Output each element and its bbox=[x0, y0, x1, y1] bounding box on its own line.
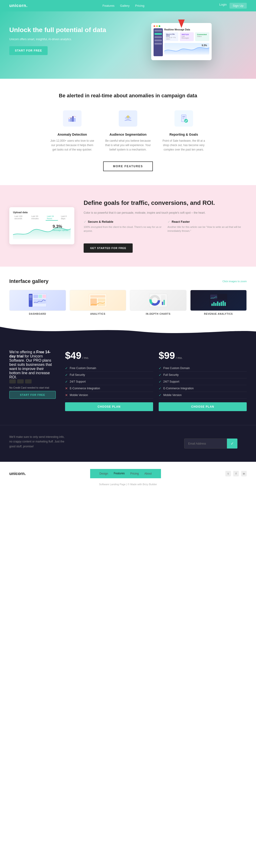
feature-custom-domain-49: ✓ Free Custom Domain bbox=[65, 365, 153, 372]
svg-rect-46 bbox=[224, 302, 226, 306]
chart-value: 9.3% bbox=[202, 44, 207, 47]
gallery-grid: DASHBOARD ANALYTICS bbox=[9, 290, 247, 315]
gallery-label-dashboard: DASHBOARD bbox=[9, 313, 66, 315]
tab-last24[interactable]: Last 24 hours bbox=[45, 215, 58, 221]
nav-login[interactable]: Login bbox=[219, 3, 227, 9]
goals-wave-area: 9.3% Message Upload bbox=[13, 223, 71, 239]
feature-icon-bg-anomaly bbox=[63, 110, 82, 127]
features-heading: Be alerted in real-time about anomalies … bbox=[9, 93, 247, 99]
feature-title-reporting: Reporting & Goals bbox=[161, 133, 207, 136]
price-main-99: $99 / mo. bbox=[159, 350, 247, 361]
price-main-49: $49 / mo. bbox=[65, 350, 153, 361]
react-check-icon: ✓ bbox=[167, 220, 170, 224]
red-arrow-icon bbox=[178, 20, 185, 28]
svg-marker-0 bbox=[178, 20, 185, 28]
gallery-item-analytics[interactable]: ANALYTICS bbox=[70, 290, 126, 315]
feature-card-anomaly: Anomaly Detection Join 12,000+ users who… bbox=[49, 110, 95, 152]
pricing-start-button[interactable]: START FOR FREE bbox=[9, 391, 56, 399]
payment-icon-2 bbox=[17, 379, 24, 383]
feature-title-anomaly: Anomaly Detection bbox=[49, 133, 95, 136]
stat-num-3: Connected bbox=[197, 33, 207, 35]
gallery-heading: Interface gallery bbox=[9, 278, 49, 284]
price-amount-99: $99 bbox=[159, 350, 175, 361]
feature-icon-bg-reporting bbox=[174, 110, 193, 127]
feature-ecommerce-99: ✓ E-Commerce Integration bbox=[159, 385, 247, 392]
price-period-49: / mo. bbox=[82, 356, 89, 360]
svg-point-6 bbox=[125, 117, 127, 119]
feature-support-99: ✓ 24/7 Support bbox=[159, 378, 247, 385]
svg-point-7 bbox=[129, 117, 131, 119]
gallery-item-charts[interactable]: IN-DEPTH CHARTS bbox=[130, 290, 187, 315]
check-icon-8: ✓ bbox=[159, 393, 161, 397]
tab-last100[interactable]: Last 100 seconds bbox=[13, 215, 29, 221]
choose-plan-99-button[interactable]: CHOOSE PLAN bbox=[159, 402, 247, 411]
goals-stat: 9.3% Message Upload bbox=[53, 224, 68, 231]
pricing-left: We're offering a Free 14-day trial for U… bbox=[9, 350, 56, 399]
nav-features[interactable]: Features bbox=[102, 4, 114, 7]
facebook-icon[interactable]: f bbox=[233, 471, 239, 476]
goals-features: ✓ Secure & Reliable 100% encrypted from … bbox=[84, 220, 247, 238]
pricing-layout: We're offering a Free 14-day trial for U… bbox=[9, 350, 247, 411]
stat-lbl-1: 10:36 M +7% 19%+ bbox=[166, 37, 177, 40]
tab-last30[interactable]: Last 30 minutes bbox=[30, 215, 44, 221]
svg-rect-45 bbox=[223, 301, 224, 306]
goals-label: Message Upload bbox=[53, 229, 68, 231]
nav-pricing[interactable]: Pricing bbox=[135, 4, 145, 7]
sidebar-item-1 bbox=[155, 30, 162, 32]
tab-last8[interactable]: Last 8 days bbox=[60, 215, 71, 221]
goals-chart-title: Upload data bbox=[13, 211, 71, 214]
gallery-item-revenue[interactable]: REVENUE ANALYTICS bbox=[190, 290, 247, 315]
goals-feature-react-desc: Another title for this article can be "H… bbox=[167, 225, 247, 233]
feature-card-audience: Audience Segmentation Be careful what yo… bbox=[105, 110, 151, 152]
footer-link-features[interactable]: Features bbox=[114, 472, 125, 475]
svg-rect-1 bbox=[68, 119, 70, 122]
feature-desc-anomaly: Join 12,000+ users who love to use our p… bbox=[49, 139, 95, 152]
gallery-section: Interface gallery Click images to zoom bbox=[0, 267, 256, 327]
footer-link-pricing[interactable]: Pricing bbox=[130, 472, 139, 475]
twitter-icon[interactable]: t bbox=[225, 471, 231, 476]
email-submit-button[interactable]: ✓ bbox=[227, 438, 237, 448]
dot-red bbox=[154, 25, 155, 27]
gallery-label-revenue: REVENUE ANALYTICS bbox=[190, 313, 247, 315]
gallery-zoom-hint[interactable]: Click images to zoom bbox=[222, 280, 247, 283]
choose-plan-49-button[interactable]: CHOOSE PLAN bbox=[65, 402, 153, 411]
gallery-thumb-charts[interactable] bbox=[130, 290, 187, 311]
svg-rect-28 bbox=[98, 303, 105, 306]
feature-security-99: ✓ Full Security bbox=[159, 372, 247, 378]
nav-gallery[interactable]: Gallery bbox=[120, 4, 130, 7]
hero-image: Realtime Message Data March 27th 2019 10… bbox=[116, 21, 247, 60]
gallery-thumb-revenue[interactable] bbox=[190, 290, 247, 311]
email-input[interactable] bbox=[184, 438, 227, 448]
feature-icon-anomaly bbox=[63, 110, 82, 129]
email-section: We'll make sure to only send interesting… bbox=[0, 425, 256, 462]
goals-text: Define goals for traffic, conversions, a… bbox=[84, 199, 247, 253]
svg-rect-12 bbox=[182, 119, 184, 119]
goals-cta-button[interactable]: GET STARTED FOR FREE bbox=[84, 243, 133, 253]
gallery-item-dashboard[interactable]: DASHBOARD bbox=[9, 290, 66, 315]
more-features-button[interactable]: MORE FEATURES bbox=[103, 161, 153, 171]
analytics-thumb-svg bbox=[89, 293, 107, 307]
svg-rect-42 bbox=[217, 302, 218, 306]
footer-link-about[interactable]: About bbox=[145, 472, 152, 475]
sidebar-item-4 bbox=[155, 39, 162, 41]
navigation: unicorn. Features Gallery Pricing Login … bbox=[0, 0, 256, 11]
price-amount-49: $49 bbox=[65, 350, 81, 361]
divider-svg bbox=[0, 327, 256, 336]
check-icon-6: ✓ bbox=[159, 380, 161, 383]
footer-link-design[interactable]: Design bbox=[99, 472, 108, 475]
feature-desc-reporting: Point of Sale hardware, the till at a sh… bbox=[161, 139, 207, 152]
feature-mobile-99: ✓ Mobile Version bbox=[159, 392, 247, 399]
linkedin-icon[interactable]: in bbox=[241, 471, 247, 476]
stat-card-1: March 27th 2019 10:36 M +7% 19%+ bbox=[164, 32, 179, 41]
goals-feature-react-title: ✓ React Faster bbox=[167, 220, 247, 224]
gallery-thumb-dashboard[interactable] bbox=[9, 290, 66, 311]
feature-security-49: ✓ Full Security bbox=[65, 372, 153, 378]
stat-card-2: 3027123 Last Messages bbox=[180, 32, 194, 41]
feature-icon-reporting bbox=[174, 110, 193, 129]
nav-signup[interactable]: Sign Up bbox=[229, 3, 247, 9]
hero-cta-button[interactable]: START FOR FREE bbox=[9, 46, 47, 55]
hero-subtitle: Unicorn offers smart, insightful, AI-dri… bbox=[9, 37, 116, 41]
gallery-thumb-analytics[interactable] bbox=[70, 290, 126, 311]
svg-rect-4 bbox=[74, 118, 75, 122]
hero-title: Unlock the full potential of data bbox=[9, 26, 116, 34]
